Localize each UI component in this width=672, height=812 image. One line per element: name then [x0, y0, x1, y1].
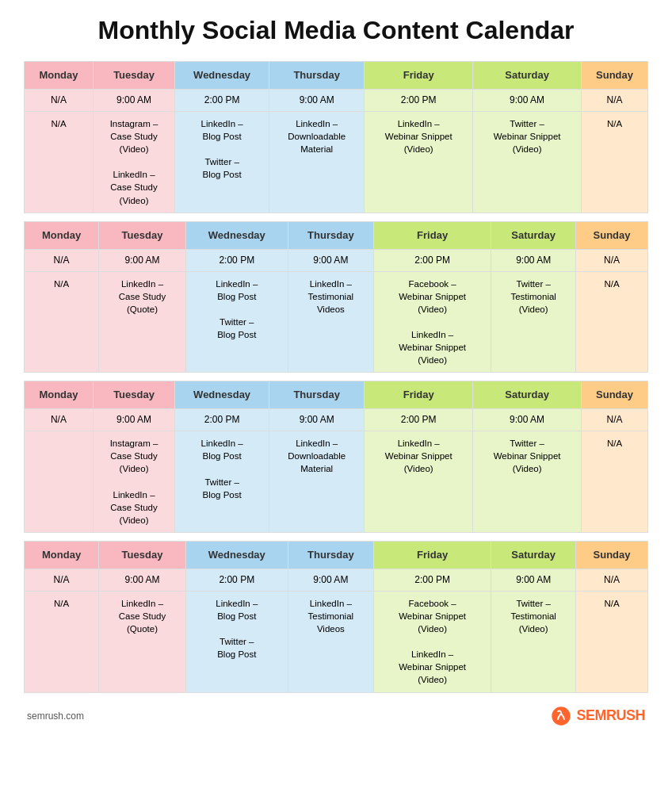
- header-tuesday-week1: Tuesday: [93, 62, 174, 90]
- header-wednesday-week4: Wednesday: [185, 541, 288, 569]
- content-monday-week4: N/A: [25, 591, 99, 692]
- svg-point-0: [552, 707, 571, 725]
- footer-brand: SEMRUSH: [551, 706, 645, 726]
- time-sunday-week2: N/A: [576, 249, 648, 271]
- time-wednesday-week3: 2:00 PM: [175, 409, 269, 431]
- content-tuesday-week1: Instagram –Case Study(Video)LinkedIn –Ca…: [93, 111, 174, 213]
- content-thursday-week1: LinkedIn –DownloadableMaterial: [269, 111, 365, 213]
- header-tuesday-week2: Tuesday: [99, 221, 186, 249]
- header-tuesday-week4: Tuesday: [99, 541, 186, 569]
- week-block-1: MondayTuesdayWednesdayThursdayFridaySatu…: [24, 61, 648, 213]
- time-monday-week1: N/A: [25, 90, 94, 112]
- time-wednesday-week4: 2:00 PM: [185, 569, 288, 592]
- time-thursday-week4: 9:00 AM: [288, 569, 373, 592]
- content-thursday-week2: LinkedIn –TestimonialVideos: [288, 271, 373, 373]
- content-saturday-week1: Twitter –Webinar Snippet(Video): [473, 111, 582, 213]
- content-thursday-week4: LinkedIn –TestimonialVideos: [288, 591, 373, 692]
- content-wednesday-week3: LinkedIn –Blog PostTwitter –Blog Post: [175, 431, 269, 533]
- header-friday-week4: Friday: [374, 541, 491, 569]
- time-saturday-week1: 9:00 AM: [473, 90, 582, 112]
- time-saturday-week2: 9:00 AM: [491, 249, 576, 271]
- content-tuesday-week2: LinkedIn –Case Study(Quote): [99, 271, 186, 373]
- header-sunday-week2: Sunday: [576, 221, 648, 249]
- header-friday-week1: Friday: [365, 62, 473, 90]
- footer: semrush.com SEMRUSH: [24, 706, 648, 726]
- week-block-3: MondayTuesdayWednesdayThursdayFridaySatu…: [24, 381, 648, 533]
- header-thursday-week1: Thursday: [269, 62, 365, 90]
- time-friday-week4: 2:00 PM: [374, 569, 491, 592]
- content-sunday-week1: N/A: [582, 111, 648, 213]
- time-wednesday-week2: 2:00 PM: [185, 249, 288, 271]
- time-sunday-week3: N/A: [582, 409, 648, 431]
- time-friday-week3: 2:00 PM: [365, 409, 473, 431]
- content-monday-week2: N/A: [25, 271, 99, 373]
- content-saturday-week3: Twitter –Webinar Snippet(Video): [473, 431, 582, 533]
- time-monday-week2: N/A: [25, 249, 99, 271]
- footer-site: semrush.com: [27, 710, 84, 722]
- content-monday-week3: [25, 431, 94, 533]
- content-wednesday-week2: LinkedIn –Blog PostTwitter –Blog Post: [185, 271, 288, 373]
- calendar-container: MondayTuesdayWednesdayThursdayFridaySatu…: [24, 61, 648, 693]
- header-sunday-week3: Sunday: [582, 381, 648, 409]
- week-block-2: MondayTuesdayWednesdayThursdayFridaySatu…: [24, 221, 648, 373]
- content-thursday-week3: LinkedIn –DownloadableMaterial: [269, 431, 365, 533]
- time-friday-week1: 2:00 PM: [365, 90, 473, 112]
- time-monday-week4: N/A: [25, 569, 99, 592]
- brand-name: SEMRUSH: [576, 707, 645, 724]
- content-saturday-week4: Twitter –Testimonial(Video): [491, 591, 576, 692]
- time-saturday-week3: 9:00 AM: [473, 409, 582, 431]
- header-thursday-week3: Thursday: [269, 381, 365, 409]
- content-friday-week2: Facebook –Webinar Snippet(Video)LinkedIn…: [374, 271, 491, 373]
- header-friday-week2: Friday: [374, 221, 491, 249]
- time-tuesday-week4: 9:00 AM: [99, 569, 186, 592]
- time-thursday-week3: 9:00 AM: [269, 409, 365, 431]
- content-saturday-week2: Twitter –Testimonial(Video): [491, 271, 576, 373]
- header-sunday-week4: Sunday: [576, 541, 648, 569]
- header-saturday-week2: Saturday: [491, 221, 576, 249]
- header-wednesday-week3: Wednesday: [175, 381, 269, 409]
- content-friday-week4: Facebook –Webinar Snippet(Video)LinkedIn…: [374, 591, 491, 692]
- content-tuesday-week3: Instagram –Case Study(Video)LinkedIn –Ca…: [93, 431, 174, 533]
- header-saturday-week3: Saturday: [473, 381, 582, 409]
- header-monday-week2: Monday: [25, 221, 99, 249]
- header-wednesday-week1: Wednesday: [175, 62, 269, 90]
- time-tuesday-week3: 9:00 AM: [93, 409, 174, 431]
- time-saturday-week4: 9:00 AM: [491, 569, 576, 592]
- content-friday-week3: LinkedIn –Webinar Snippet(Video): [365, 431, 473, 533]
- content-tuesday-week4: LinkedIn –Case Study(Quote): [99, 591, 186, 692]
- header-monday-week4: Monday: [25, 541, 99, 569]
- header-friday-week3: Friday: [365, 381, 473, 409]
- time-monday-week3: N/A: [25, 409, 94, 431]
- semrush-icon: [551, 706, 571, 726]
- header-wednesday-week2: Wednesday: [185, 221, 288, 249]
- header-saturday-week4: Saturday: [491, 541, 576, 569]
- time-sunday-week4: N/A: [576, 569, 648, 592]
- header-thursday-week2: Thursday: [288, 221, 373, 249]
- content-friday-week1: LinkedIn –Webinar Snippet(Video): [365, 111, 473, 213]
- header-thursday-week4: Thursday: [288, 541, 373, 569]
- time-friday-week2: 2:00 PM: [374, 249, 491, 271]
- content-monday-week1: N/A: [25, 111, 94, 213]
- content-sunday-week4: N/A: [576, 591, 648, 692]
- time-thursday-week1: 9:00 AM: [269, 90, 365, 112]
- header-monday-week3: Monday: [25, 381, 94, 409]
- header-saturday-week1: Saturday: [473, 62, 582, 90]
- page-title: Monthly Social Media Content Calendar: [24, 16, 648, 45]
- content-wednesday-week1: LinkedIn –Blog PostTwitter –Blog Post: [175, 111, 269, 213]
- time-sunday-week1: N/A: [582, 90, 648, 112]
- time-tuesday-week1: 9:00 AM: [93, 90, 174, 112]
- time-tuesday-week2: 9:00 AM: [99, 249, 186, 271]
- header-tuesday-week3: Tuesday: [93, 381, 174, 409]
- header-monday-week1: Monday: [25, 62, 94, 90]
- header-sunday-week1: Sunday: [582, 62, 648, 90]
- content-wednesday-week4: LinkedIn –Blog PostTwitter –Blog Post: [185, 591, 288, 692]
- content-sunday-week3: N/A: [582, 431, 648, 533]
- time-thursday-week2: 9:00 AM: [288, 249, 373, 271]
- time-wednesday-week1: 2:00 PM: [175, 90, 269, 112]
- content-sunday-week2: N/A: [576, 271, 648, 373]
- week-block-4: MondayTuesdayWednesdayThursdayFridaySatu…: [24, 541, 648, 693]
